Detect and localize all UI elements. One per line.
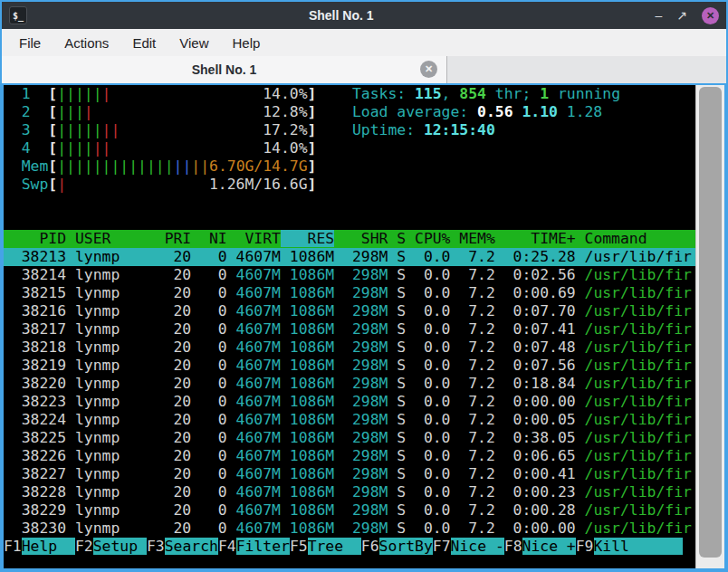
column-header-command[interactable]: Command	[576, 230, 647, 247]
process-row-38220[interactable]: 38220 lynmp 20 0 4607M 1086M 298M S 0.0 …	[4, 375, 695, 393]
column-header-shr[interactable]: SHR	[334, 230, 388, 247]
process-row-38217[interactable]: 38217 lynmp 20 0 4607M 1086M 298M S 0.0 …	[4, 320, 695, 338]
htop-terminal[interactable]: 1 [|||||| 14.0%] Tasks: 115, 854 thr; 1 …	[4, 85, 695, 568]
fkey-f5-tree[interactable]: F5Tree	[290, 538, 361, 555]
meter-bracket: [	[48, 121, 57, 138]
fkey-f1-help[interactable]: F1Help	[4, 538, 75, 555]
process-row-38225[interactable]: 38225 lynmp 20 0 4607M 1086M 298M S 0.0 …	[4, 429, 695, 447]
fkey-number: F3	[147, 538, 165, 555]
cell-s: S	[388, 520, 406, 537]
process-row-38216[interactable]: 38216 lynmp 20 0 4607M 1086M 298M S 0.0 …	[4, 302, 695, 320]
cell-mem: 7.2	[450, 483, 494, 500]
menu-item-file[interactable]: File	[7, 32, 53, 54]
fkey-f9-kill[interactable]: F9Kill	[576, 538, 683, 555]
cell-mem: 7.2	[450, 284, 494, 301]
cell-cmd: /usr/lib/fir	[576, 393, 692, 410]
fkey-number: F6	[361, 538, 379, 555]
tab-shell-no-1[interactable]: Shell No. 1 ✕	[2, 56, 447, 83]
process-row-38224[interactable]: 38224 lynmp 20 0 4607M 1086M 298M S 0.0 …	[4, 411, 695, 429]
meter-label-3: 3	[22, 121, 49, 138]
cell-s: S	[388, 447, 406, 464]
info-text: 115	[415, 85, 442, 102]
cell-res: 1086M	[281, 266, 334, 283]
fkey-label: Tree	[308, 538, 361, 555]
column-header-time[interactable]: TIME+	[495, 230, 576, 247]
cell-shr: 298M	[334, 266, 388, 283]
tab-close-icon[interactable]: ✕	[420, 61, 437, 78]
fkey-f2-setup[interactable]: F2Setup	[75, 538, 147, 555]
meter-bracket: ]	[308, 121, 317, 138]
column-header-mem[interactable]: MEM%	[450, 230, 494, 247]
cell-s: S	[388, 320, 406, 338]
info-text: ,	[442, 85, 460, 102]
column-header-s[interactable]: S	[388, 230, 406, 247]
fkey-f4-filter[interactable]: F4Filter	[218, 538, 290, 555]
cell-pid: 38220	[4, 375, 66, 392]
table-header-row[interactable]: PID USER PRI NI VIRT RES SHR S CPU% MEM%…	[4, 230, 695, 248]
meter-bar-green: |||||	[57, 121, 101, 138]
scrollbar-thumb[interactable]	[699, 87, 722, 558]
cell-virt: 4607M	[227, 393, 281, 410]
cell-ni: 0	[191, 357, 226, 374]
process-row-38213[interactable]: 38213 lynmp 20 0 4607M 1086M 298M S 0.0 …	[4, 248, 695, 266]
cell-time: 0:00.00	[495, 520, 576, 537]
text	[4, 103, 22, 120]
cell-cmd: /usr/lib/fir	[576, 284, 692, 301]
fkey-f8-nice+[interactable]: F8Nice +	[504, 538, 576, 555]
info-text: 1.10	[522, 103, 566, 120]
cell-pri: 20	[156, 320, 191, 338]
process-row-38229[interactable]: 38229 lynmp 20 0 4607M 1086M 298M S 0.0 …	[4, 501, 695, 520]
menu-item-help[interactable]: Help	[220, 32, 272, 54]
meter-label-1: 1	[22, 85, 49, 102]
process-row-38227[interactable]: 38227 lynmp 20 0 4607M 1086M 298M S 0.0 …	[4, 465, 695, 483]
scrollbar[interactable]	[695, 85, 724, 568]
fkey-number: F8	[504, 538, 522, 555]
cell-virt: 4607M	[227, 465, 281, 482]
column-header-ni[interactable]: NI	[191, 230, 226, 247]
process-row-38230[interactable]: 38230 lynmp 20 0 4607M 1086M 298M S 0.0 …	[4, 520, 695, 538]
cell-pid: 38225	[4, 429, 66, 446]
process-row-38228[interactable]: 38228 lynmp 20 0 4607M 1086M 298M S 0.0 …	[4, 483, 695, 501]
process-row-38214[interactable]: 38214 lynmp 20 0 4607M 1086M 298M S 0.0 …	[4, 266, 695, 284]
cell-virt: 4607M	[227, 302, 281, 319]
cell-mem: 7.2	[450, 520, 494, 537]
text	[110, 139, 263, 157]
cell-pid: 38226	[4, 447, 66, 464]
menu-item-edit[interactable]: Edit	[120, 32, 168, 54]
meter-line-4: 4 [|||||| 14.0%]	[4, 139, 695, 157]
close-button[interactable]: ✕	[702, 7, 719, 24]
cell-cpu: 0.0	[406, 338, 450, 356]
cell-cmd: /usr/lib/fir	[576, 375, 692, 392]
cell-cpu: 0.0	[406, 393, 450, 410]
column-header-user[interactable]: USER	[66, 230, 156, 247]
fkey-f6-sortby[interactable]: F6SortBy	[361, 538, 433, 555]
process-row-38226[interactable]: 38226 lynmp 20 0 4607M 1086M 298M S 0.0 …	[4, 447, 695, 465]
menu-item-actions[interactable]: Actions	[53, 32, 120, 54]
terminal-icon: $_	[9, 6, 27, 24]
column-header-pri[interactable]: PRI	[156, 230, 191, 247]
text	[316, 85, 351, 102]
info-text: 1	[540, 85, 549, 102]
column-header-virt[interactable]: VIRT	[227, 230, 281, 247]
column-header-res[interactable]: RES	[281, 230, 334, 247]
column-header-pid[interactable]: PID	[4, 230, 66, 247]
column-header-cpu[interactable]: CPU%	[406, 230, 450, 247]
cell-time: 0:00.23	[495, 483, 576, 500]
fkey-f3-search[interactable]: F3Search	[147, 538, 218, 555]
cell-res: 1086M	[281, 320, 334, 338]
fkey-f7-nice-[interactable]: F7Nice -	[433, 538, 504, 555]
meter-value: 1.26M/16.6G	[209, 176, 308, 193]
meter-value: 12.8%	[263, 103, 307, 120]
menu-item-view[interactable]: View	[168, 32, 220, 54]
cell-mem: 7.2	[450, 357, 494, 374]
minimize-button[interactable]: –	[655, 6, 662, 24]
cell-cpu: 0.0	[406, 248, 450, 265]
maximize-button[interactable]: ↗	[676, 6, 687, 24]
process-row-38219[interactable]: 38219 lynmp 20 0 4607M 1086M 298M S 0.0 …	[4, 357, 695, 375]
cell-mem: 7.2	[450, 411, 494, 428]
cell-cmd: /usr/lib/fir	[576, 520, 692, 537]
process-row-38215[interactable]: 38215 lynmp 20 0 4607M 1086M 298M S 0.0 …	[4, 284, 695, 302]
process-row-38218[interactable]: 38218 lynmp 20 0 4607M 1086M 298M S 0.0 …	[4, 338, 695, 357]
meter-label-4: 4	[22, 139, 49, 157]
process-row-38223[interactable]: 38223 lynmp 20 0 4607M 1086M 298M S 0.0 …	[4, 393, 695, 411]
